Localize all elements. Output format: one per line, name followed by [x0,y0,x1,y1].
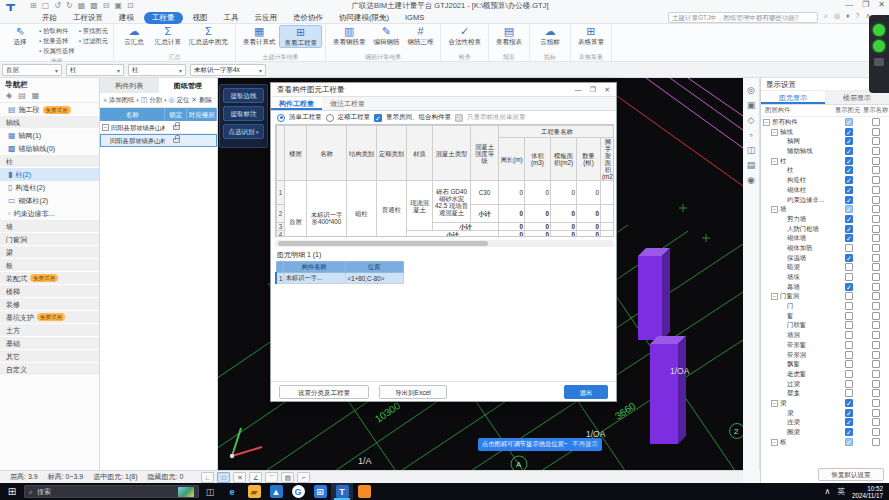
layer-row-人防门框墙[interactable]: 人防门框墙✓ [761,224,889,234]
view-tool-icon-1[interactable]: ▣ [745,99,758,112]
ribbon-button-选择[interactable]: ⇖选择 [3,25,37,46]
layer-row-砌体加筋[interactable]: 砌体加筋 [761,243,889,253]
show-element-checkbox[interactable]: ✓ [845,196,853,204]
ribbon-tab-建模[interactable]: 建模 [111,12,142,24]
tab-图元显示[interactable]: 图元显示 [761,91,825,104]
show-element-checkbox[interactable] [845,321,853,329]
show-element-checkbox[interactable]: ✓ [845,147,853,155]
show-name-checkbox[interactable] [872,292,880,300]
show-element-checkbox[interactable]: ✓ [845,166,853,174]
layer-row-窗[interactable]: 窗 [761,311,889,321]
quick-icon-2[interactable]: ↺ [54,1,61,10]
dialog-titlebar[interactable]: 查看构件图元工程量 — ❐ ✕ [271,83,616,97]
drawing-row[interactable]: 田阳县那坡镇弄山村村... [100,134,217,147]
tab-构件工程量[interactable]: 构件工程量 [271,97,322,110]
show-name-checkbox[interactable] [872,254,880,262]
layer-row-梁[interactable]: −梁✓ [761,398,889,408]
ribbon-button-批量选择[interactable]: ▪批量选择 [39,36,75,46]
show-element-checkbox[interactable]: ✓ [845,409,853,417]
detail-row[interactable]: 1未标识一字...<1+80,C-80> [276,273,403,284]
nav-section-基础[interactable]: 基础 [0,337,99,350]
layer-row-砌体柱[interactable]: 砌体柱✓ [761,185,889,195]
quick-icon-1[interactable]: ▢ [42,1,50,10]
draw-mode-icon-6[interactable]: ⌐ [297,472,310,483]
layer-row-板[interactable]: −板✓ [761,437,889,447]
start-button[interactable]: ⊞ [0,486,24,497]
show-name-checkbox[interactable] [872,244,880,252]
quick-icon-6[interactable]: ⊟ [103,1,110,10]
sidebar-item-砌体柱(2)[interactable]: ▭砌体柱(2) [0,194,99,207]
draw-mode-icon-5[interactable]: ▨ [281,472,294,483]
drawing-tool-分割[interactable]: 分割 [149,96,162,105]
view-tool-icon-0[interactable]: ◎ [745,84,758,97]
taskbar-app-browser-g[interactable]: G [287,483,309,500]
help-icon-3[interactable]: ? [856,12,860,20]
show-name-checkbox[interactable] [872,380,880,388]
nav-section-土方[interactable]: 土方 [0,324,99,337]
extract-button-提取标注[interactable]: 提取标注 [223,106,264,121]
show-name-checkbox[interactable] [872,176,880,184]
show-element-checkbox[interactable] [845,389,853,397]
show-name-checkbox[interactable] [872,215,880,223]
lock-cell[interactable] [165,134,187,146]
show-element-checkbox[interactable] [845,273,853,281]
collapse-icon[interactable]: − [102,124,109,131]
horizontal-scrollbar[interactable] [275,240,614,247]
tab-做法工程量[interactable]: 做法工程量 [322,97,373,110]
show-element-checkbox[interactable] [845,331,853,339]
quick-icon-8[interactable]: ⊡ [127,1,134,10]
widget-grey-button[interactable] [874,58,884,66]
layer-row-剪力墙[interactable]: 剪力墙✓ [761,214,889,224]
ribbon-tab-工具[interactable]: 工具 [216,12,247,24]
show-element-checkbox[interactable]: ✓ [845,225,853,233]
nav-section-装修[interactable]: 装修 [0,298,99,311]
layer-row-飘窗[interactable]: 飘窗 [761,359,889,369]
filter-select-3[interactable]: 未标识一字形4x▾ [190,64,266,76]
ribbon-button-云汇总[interactable]: ☁云汇总 [117,25,151,46]
show-element-checkbox[interactable]: ✓ [845,137,853,145]
quick-icon-0[interactable]: ⊞ [30,1,37,10]
show-element-checkbox[interactable]: ✓ [845,186,853,194]
dialog-minimize-button[interactable]: — [575,86,582,94]
layer-row-门[interactable]: 门 [761,301,889,311]
collapse-icon[interactable]: − [771,439,778,446]
draw-mode-icon-0[interactable]: ∟ [201,472,214,483]
layer-row-圈梁[interactable]: 圈梁✓ [761,427,889,437]
sidebar-item-辅助轴线(0)[interactable]: ▩辅助轴线(0) [0,142,99,155]
layer-row-过梁[interactable]: 过梁 [761,379,889,389]
quick-icon-4[interactable]: ▦ [78,1,86,10]
layer-row-轴线[interactable]: −轴线✓ [761,127,889,137]
drawing-row[interactable]: −田阳县那坡镇弄山村村部... [100,121,217,134]
show-element-checkbox[interactable]: ✓ [845,428,853,436]
layer-row-约束边缘非...[interactable]: 约束边缘非...✓ [761,195,889,205]
layer-row-砌体墙[interactable]: 砌体墙✓ [761,233,889,243]
layer-row-门联窗[interactable]: 门联窗 [761,320,889,330]
ribbon-button-查看钢筋量[interactable]: ▥查看钢筋量 [329,25,370,46]
navbar-tool-icon-2[interactable]: ▦ [32,91,40,102]
layer-row-墙洞[interactable]: 墙洞 [761,330,889,340]
view-tool-icon-4[interactable]: ◫ [745,144,758,157]
show-name-checkbox[interactable] [872,196,880,204]
scrollbar-thumb[interactable] [278,241,488,246]
view-tool-icon-3[interactable]: ▫ [745,129,758,142]
ribbon-tab-工程量[interactable]: 工程量 [144,12,183,24]
collapse-icon[interactable]: − [771,293,778,300]
help-icon-2[interactable]: ♦ [846,12,850,20]
minimize-button[interactable]: — [845,0,853,9]
widget-green-button-1[interactable] [873,24,885,36]
layer-row-所有构件[interactable]: −所有构件✓ [761,117,889,127]
ribbon-tab-视图[interactable]: 视图 [185,12,216,24]
ribbon-button-查看计算式[interactable]: ▦查看计算式 [239,25,280,46]
drawing-tool-删除[interactable]: 删除 [199,96,212,105]
show-element-checkbox[interactable]: ✓ [845,128,853,136]
nav-section-装配式[interactable]: 装配式免费试用 [0,272,99,285]
show-name-checkbox[interactable] [872,399,880,407]
show-element-checkbox[interactable]: ✓ [845,176,853,184]
show-name-checkbox[interactable] [872,263,880,271]
show-element-checkbox[interactable]: ✓ [845,215,853,223]
task-view-button[interactable]: ◫ [199,487,221,497]
nav-section-墙[interactable]: 墙 [0,220,99,233]
draw-mode-icon-1[interactable]: □ [217,472,230,483]
show-name-checkbox[interactable] [872,370,880,378]
show-element-checkbox[interactable]: ✓ [845,399,853,407]
